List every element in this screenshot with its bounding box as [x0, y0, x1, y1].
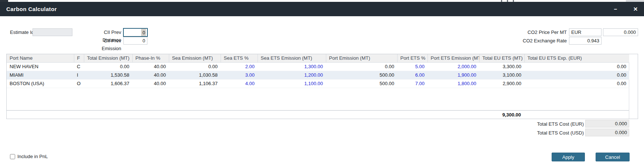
cell-sea-ets-emission[interactable]: 1,100.00 [258, 79, 326, 88]
col-header-port-ets-emission[interactable]: Port ETS Emission (MT) [427, 54, 479, 62]
col-header-sea-emission[interactable]: Sea Emission (MT) [169, 54, 221, 62]
cancel-button[interactable]: Cancel [596, 153, 630, 161]
col-header-phase-in[interactable]: Phase-In % [132, 54, 169, 62]
col-header-f[interactable]: F [74, 54, 84, 62]
cell-phase-in[interactable]: 40.00 [132, 62, 169, 71]
cell-port-ets-pct[interactable]: 7.00 [397, 79, 427, 88]
dialog-title: Carbon Calculator [6, 6, 57, 12]
minimize-icon[interactable]: − [609, 2, 622, 16]
cell-total-emission[interactable]: 0.00 [84, 62, 132, 71]
col-header-port-name[interactable]: Port Name [7, 54, 74, 62]
cell-total-eu-ets[interactable]: 3,300.00 [479, 62, 524, 71]
estimate-id-label: Estimate Id [10, 28, 34, 36]
grid-empty-area [7, 88, 629, 111]
cii-prev-distance-label: CII Prev Distance [84, 28, 121, 36]
total-ets-cost-usd-label: Total ETS Cost (USD) [491, 129, 584, 137]
apply-button[interactable]: Apply [552, 153, 585, 161]
cii-prev-distance-field[interactable] [123, 28, 148, 37]
cell-total-eu-ets[interactable]: 3,100.00 [479, 71, 524, 79]
dialog-titlebar: Carbon Calculator − ✕ [0, 2, 644, 16]
co2-exchange-rate-label: CO2 Exchange Rate [493, 37, 567, 45]
cell-sea-emission[interactable]: 1,106.37 [169, 79, 221, 88]
cell-sea-ets-pct[interactable]: 4.00 [221, 79, 258, 88]
table-row[interactable]: MIAMI I 1,530.58 40.00 1,030.58 3.00 1,2… [7, 71, 629, 79]
cell-port-name[interactable]: BOSTON (USA) [7, 79, 74, 88]
co2-exchange-rate-field[interactable] [569, 37, 602, 45]
cell-sea-emission[interactable]: 1,030.58 [169, 71, 221, 79]
co2-price-field[interactable] [603, 28, 638, 36]
ports-grid: Port Name F Total Emission (MT) Phase-In… [6, 54, 638, 119]
cell-port-ets-emission[interactable]: 1,900.00 [427, 71, 479, 79]
total-eu-ets-sum: 9,300.00 [502, 112, 521, 118]
cell-port-ets-pct[interactable]: 6.00 [397, 71, 427, 79]
cell-total-eu-ets-exp[interactable]: 0.00 [524, 71, 629, 79]
cell-total-eu-ets-exp[interactable]: 0.00 [524, 62, 629, 71]
cell-port-ets-pct[interactable]: 5.00 [397, 62, 427, 71]
col-header-total-emission[interactable]: Total Emission (MT) [84, 54, 132, 62]
total-ets-cost-eur-field[interactable] [585, 120, 629, 128]
cell-f[interactable]: C [74, 62, 84, 71]
cell-port-ets-emission[interactable]: 1,800.00 [427, 79, 479, 88]
cell-port-name[interactable]: MIAMI [7, 71, 74, 79]
cell-total-eu-ets-exp[interactable]: 0.00 [524, 79, 629, 88]
include-in-pnl-row: Include in PnL [10, 154, 48, 159]
cell-f[interactable]: I [74, 71, 84, 79]
cell-sea-ets-pct[interactable]: 3.00 [221, 71, 258, 79]
close-icon[interactable]: ✕ [629, 2, 642, 16]
estimate-id-field[interactable] [33, 28, 72, 36]
cell-sea-ets-emission[interactable]: 1,300.00 [258, 62, 326, 71]
col-header-sea-ets-pct[interactable]: Sea ETS % [221, 54, 258, 62]
cell-f[interactable]: O [74, 79, 84, 88]
cii-prev-emission-field[interactable] [123, 37, 147, 45]
cell-port-emission[interactable]: 500.00 [326, 79, 397, 88]
grid-scrollbar-gutter[interactable] [629, 54, 638, 119]
table-row[interactable]: NEW HAVEN C 0.00 40.00 0.00 2.00 1,300.0… [7, 62, 629, 71]
cell-port-name[interactable]: NEW HAVEN [7, 62, 74, 71]
include-in-pnl-label: Include in PnL [17, 154, 48, 159]
cell-port-ets-emission[interactable]: 2,000.00 [427, 62, 479, 71]
include-in-pnl-checkbox[interactable] [10, 154, 15, 159]
cell-port-emission[interactable]: 500.00 [326, 71, 397, 79]
cell-sea-ets-pct[interactable]: 2.00 [221, 62, 258, 71]
cell-phase-in[interactable]: 40.00 [132, 79, 169, 88]
cell-total-emission[interactable]: 1,530.58 [84, 71, 132, 79]
total-ets-cost-usd-field[interactable] [585, 129, 629, 136]
col-header-port-ets-pct[interactable]: Port ETS % [397, 54, 427, 62]
cell-total-eu-ets[interactable]: 2,900.00 [479, 79, 524, 88]
cell-total-emission[interactable]: 1,606.37 [84, 79, 132, 88]
total-ets-cost-eur-label: Total ETS Cost (EUR) [491, 120, 584, 128]
cell-sea-ets-emission[interactable]: 1,200.00 [258, 71, 326, 79]
cell-port-emission[interactable]: 0.00 [326, 62, 397, 71]
cell-sea-emission[interactable]: 0.00 [169, 62, 221, 71]
col-header-total-eu-ets-exp[interactable]: Total EU ETS Exp. (EUR) [524, 54, 629, 62]
grid-total-row: 9,300.00 [7, 110, 629, 119]
col-header-sea-ets-emission[interactable]: Sea ETS Emission (MT) [258, 54, 326, 62]
co2-currency-field[interactable] [569, 28, 602, 36]
grid-header-row: Port Name F Total Emission (MT) Phase-In… [7, 54, 629, 62]
col-header-port-emission[interactable]: Port Emission (MT) [326, 54, 397, 62]
co2-price-per-mt-label: CO2 Price Per MT [493, 28, 567, 36]
cii-prev-emission-label: CII Prev Emission [84, 37, 121, 45]
col-header-total-eu-ets[interactable]: Total EU ETS (MT) [479, 54, 524, 62]
cell-phase-in[interactable]: 40.00 [132, 71, 169, 79]
table-row[interactable]: BOSTON (USA) O 1,606.37 40.00 1,106.37 4… [7, 79, 629, 88]
